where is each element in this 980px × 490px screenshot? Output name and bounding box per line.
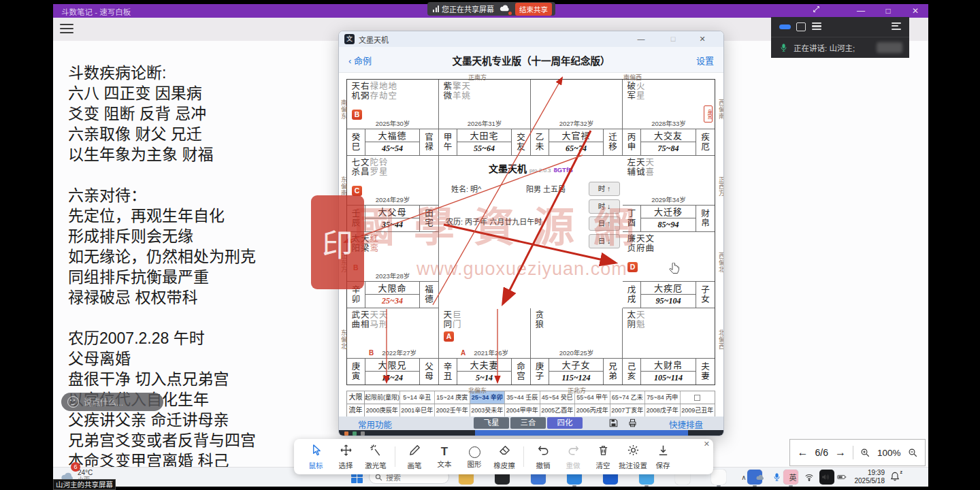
print-icon[interactable] [627, 418, 638, 429]
datetime-stepper-button[interactable]: 日 ↓ [589, 234, 620, 248]
taskbar-app-icon[interactable] [711, 470, 726, 485]
menu-icon[interactable] [60, 24, 74, 34]
flow-year-cell[interactable]: 2004甲申年 [505, 404, 540, 416]
palace-cell[interactable]: 武曲天相天马天刑B2022年27岁庚寅大限兄15~24父母 [347, 308, 439, 385]
save-chart-icon[interactable] [608, 418, 619, 429]
star-name: 巨门 [453, 311, 462, 329]
decade-palace-name: 大交友 [641, 129, 696, 142]
prev-page-icon[interactable]: ← [798, 446, 808, 459]
flow-year-cell[interactable]: 2005乙酉年 [540, 404, 576, 416]
note-line: 同组排斥抗衡最严重 [68, 267, 256, 287]
tool-move[interactable]: 选择 [331, 444, 361, 470]
battery-icon[interactable] [837, 472, 847, 482]
sidebar-toggle-icon[interactable] [892, 22, 901, 32]
chat-input-bubble[interactable]: 说点什么... [61, 393, 163, 411]
decade-cell[interactable]: 75~84 丙申 [645, 391, 681, 404]
star-list: 左辅天钺天喜 [627, 159, 655, 177]
decade-palace-name: 大福德 [365, 129, 419, 142]
palace-cell[interactable]: 左辅天钺天喜2029年34岁丁酉大迁移85~94财帛 [623, 156, 715, 232]
window-icon[interactable] [796, 22, 806, 31]
tool-eraser[interactable]: 橡皮擦 [489, 444, 519, 470]
decade-cell[interactable]: 15~24 庚寅 [435, 391, 470, 404]
tab-四化[interactable]: 四化 [547, 417, 583, 429]
star-name: 天同 [443, 311, 453, 329]
list-icon[interactable] [812, 22, 821, 32]
tool-undo[interactable]: 撤销 [528, 444, 558, 470]
tool-save[interactable]: 保存 [648, 444, 678, 470]
minimize-icon[interactable]: — [851, 5, 871, 17]
flow-year-cell[interactable]: 2008戊子年 [645, 404, 681, 416]
tray-chevron-icon[interactable]: ∧ [739, 472, 749, 482]
tab-三合[interactable]: 三合 [510, 417, 546, 429]
palace-cell[interactable]: 七杀文昌陀罗铃星C2024年29岁壬辰大父母35~44田宅 [347, 156, 439, 232]
flow-year-label: 2023年28岁 [347, 271, 438, 280]
compass-label: 西偏南 [717, 99, 724, 120]
flow-year-cell[interactable]: 2003癸未年 [470, 404, 506, 416]
datetime-stepper-button[interactable]: 时 ↑ [589, 182, 620, 196]
datetime-stepper-button[interactable]: 日 ↑ [589, 216, 620, 231]
flow-year-cell[interactable]: 2006丙戌年 [575, 404, 610, 416]
palace-cell[interactable]: 贪狼2020年25岁庚子大子女115~124兄弟 [531, 308, 623, 385]
compass-label: 南偏西 [623, 73, 642, 82]
app-close-icon[interactable]: ✕ [693, 33, 711, 45]
zoom-out-icon[interactable] [908, 448, 918, 458]
star-name: 左辅 [627, 159, 636, 177]
flow-year-cell[interactable]: 2009己丑年 [681, 404, 715, 416]
decade-cell[interactable] [681, 391, 715, 404]
palace-cell[interactable]: 太阴天魁己亥大财帛105~114夫妻 [623, 308, 715, 385]
decade-palace-name: 大田宅 [457, 129, 511, 142]
notification-bell-icon[interactable]: z [889, 471, 901, 483]
palace-cell[interactable]: 紫微擎羊天姚2026年31岁甲午大田宅55~64交友 [439, 80, 531, 156]
wifi-icon[interactable] [804, 472, 814, 482]
palace-cell[interactable]: 廉贞天府文曲D戊戌大疾厄95~104子女 [623, 232, 715, 308]
decade-cell[interactable]: 35~44 壬辰 [505, 391, 540, 404]
app-maximize-icon[interactable]: □ [664, 33, 682, 45]
cloud-icon[interactable] [499, 3, 510, 15]
tool-text[interactable]: T文本 [429, 445, 459, 469]
tab-飞星[interactable]: 飞星 [474, 417, 509, 429]
palace-name: 迁移 [604, 129, 622, 155]
palace-cell[interactable]: 天同巨门AA2021年26岁辛丑大夫妻5~14命宫 [439, 308, 531, 385]
app-minimize-icon[interactable]: — [632, 33, 650, 45]
tool-cursor[interactable]: 鼠标 [301, 444, 331, 470]
emoji-icon[interactable] [67, 396, 79, 408]
collapse-pill-icon[interactable] [779, 24, 791, 29]
zoom-in-icon[interactable] [860, 448, 870, 458]
tool-pen[interactable]: 画笔 [399, 444, 429, 470]
close-icon[interactable]: ✕ [905, 5, 926, 17]
quick-chart-button[interactable]: 快捷排盘 [669, 418, 703, 431]
palace-cell[interactable]: 太阳天梁红鸾B2023年28岁辛卯大限命25~34福德 [347, 232, 439, 308]
flow-year-cell[interactable]: 2001辛巳年 [400, 404, 436, 416]
tray-mic-icon[interactable] [772, 472, 781, 482]
next-page-icon[interactable]: → [835, 446, 846, 459]
share-status-text: 您正在共享屏幕 [442, 3, 494, 14]
stop-share-button[interactable]: 结束共享 [515, 3, 552, 16]
maximize-icon[interactable]: □ [878, 5, 898, 17]
letterbox-right [928, 0, 980, 490]
volume-icon[interactable] [821, 472, 830, 482]
palace-cell[interactable]: 2027年32岁乙未大官禄65~74迁移 [531, 80, 623, 156]
palace-cell[interactable]: 破军火星身宫2028年33岁丙申大交友75~84疾厄 [623, 80, 715, 156]
tool-trash[interactable]: 清空 [588, 444, 618, 470]
flow-year-cell[interactable]: 2002壬午年 [435, 404, 470, 416]
flow-year-cell[interactable]: 2000庚辰年 [365, 404, 400, 416]
decade-cell[interactable]: 5~14 辛丑 [400, 391, 436, 404]
decade-cell[interactable]: 起限前(童限) [365, 391, 400, 404]
ime-indicator[interactable]: 英 [788, 472, 798, 482]
common-functions-button[interactable]: 常用功能 [358, 418, 392, 431]
tool-laser[interactable]: 激光笔 [361, 444, 391, 470]
tool-shape[interactable]: 图形 [459, 445, 489, 469]
datetime-stepper-button[interactable]: 时 ↓ [589, 199, 620, 214]
tool-gear[interactable]: 批注设置 [618, 444, 648, 470]
decade-checkbox[interactable] [694, 395, 700, 401]
flow-year-cell[interactable]: 2007丁亥年 [610, 404, 646, 416]
settings-link[interactable]: 设置 [696, 54, 714, 67]
flow-year-label: 2028年33岁 [623, 118, 715, 128]
palace-cell[interactable]: 天机右弼禄存地劫地空B2025年30岁癸巳大福德45~54官禄 [347, 80, 439, 156]
fullscreen-icon[interactable] [806, 5, 826, 17]
decade-cell[interactable]: 65~74 乙未 [610, 391, 646, 404]
taskbar-clock[interactable]: 19:39 2025/5/18 [855, 469, 885, 485]
tray-cloud-icon[interactable] [755, 472, 765, 482]
system-tray: ∧ 英 [739, 468, 847, 487]
toolbar-close-icon[interactable]: ✕ [704, 440, 710, 448]
